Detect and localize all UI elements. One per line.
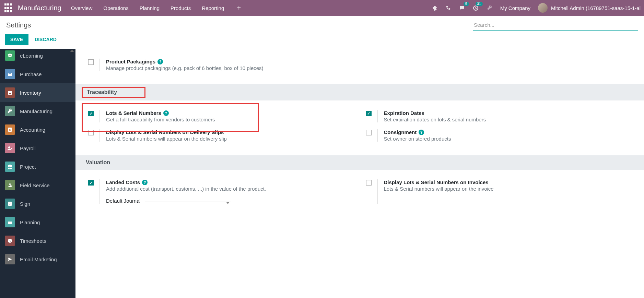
- module-icon: [5, 254, 15, 264]
- sidebar-item-label: Sign: [20, 201, 30, 207]
- sidebar-item-email-marketing[interactable]: Email Marketing: [0, 250, 75, 269]
- help-icon[interactable]: ?: [419, 130, 424, 135]
- new-icon[interactable]: +: [236, 5, 242, 11]
- sidebar-item-label: Email Marketing: [20, 257, 57, 262]
- module-icon: [5, 236, 15, 246]
- svg-point-7: [11, 185, 12, 187]
- setting-label: Landed Costs ?: [106, 179, 353, 185]
- sidebar-item-planning[interactable]: Planning: [0, 213, 75, 231]
- svg-rect-8: [8, 202, 12, 206]
- settings-sidebar: eLearningPurchaseInventoryManufacturing$…: [0, 49, 75, 298]
- setting-desc: Set owner on stored products: [384, 136, 631, 142]
- help-icon[interactable]: ?: [163, 110, 169, 116]
- sidebar-item-accounting[interactable]: $Accounting: [0, 120, 75, 139]
- sidebar-item-label: Planning: [20, 219, 40, 225]
- sidebar-item-timesheets[interactable]: Timesheets: [0, 231, 75, 250]
- sidebar-item-inventory[interactable]: Inventory: [0, 83, 75, 102]
- clock-icon[interactable]: 31: [473, 5, 479, 11]
- wrench-icon[interactable]: [487, 5, 493, 11]
- module-icon: [5, 199, 15, 209]
- module-icon: [5, 50, 15, 61]
- checkbox-lots[interactable]: [88, 111, 94, 116]
- sidebar-item-label: Payroll: [20, 145, 36, 151]
- search-input[interactable]: [473, 20, 638, 31]
- setting-label: Expiration Dates: [384, 110, 631, 116]
- help-icon[interactable]: ?: [157, 59, 163, 64]
- help-icon[interactable]: ?: [142, 180, 148, 185]
- nav-overview[interactable]: Overview: [71, 5, 93, 11]
- messages-badge: 5: [464, 2, 469, 6]
- journal-label: Default Journal: [106, 198, 141, 204]
- nav-planning[interactable]: Planning: [140, 5, 160, 11]
- nav-products[interactable]: Products: [171, 5, 191, 11]
- checkbox-consignment[interactable]: [366, 130, 372, 135]
- sidebar-item-label: Manufacturing: [20, 108, 52, 114]
- sidebar-item-label: Timesheets: [20, 238, 46, 244]
- svg-rect-1: [8, 73, 12, 76]
- svg-point-5: [8, 146, 10, 148]
- nav-reporting[interactable]: Reporting: [202, 5, 224, 11]
- messages-icon[interactable]: 5: [459, 5, 465, 11]
- sidebar-item-sign[interactable]: Sign: [0, 194, 75, 213]
- nav-operations[interactable]: Operations: [103, 5, 128, 11]
- journal-select[interactable]: [145, 200, 231, 202]
- section-title: Valuation: [82, 158, 114, 167]
- apps-icon[interactable]: [3, 3, 13, 13]
- sidebar-item-manufacturing[interactable]: Manufacturing: [0, 102, 75, 120]
- setting-desc: Get a full traceability from vendors to …: [106, 117, 353, 122]
- module-icon: [5, 162, 15, 172]
- user-menu[interactable]: Mitchell Admin (16789751-saas-15-1-al: [538, 3, 641, 13]
- bug-icon[interactable]: [432, 5, 438, 11]
- app-title[interactable]: Manufacturing: [18, 4, 61, 12]
- module-icon: [5, 87, 15, 98]
- phone-icon[interactable]: [445, 5, 452, 11]
- main: eLearningPurchaseInventoryManufacturing$…: [0, 49, 644, 298]
- save-button[interactable]: SAVE: [5, 34, 28, 45]
- module-icon: $: [5, 124, 15, 135]
- scroll-up-icon[interactable]: [70, 50, 74, 52]
- svg-rect-10: [8, 220, 12, 222]
- user-name: Mitchell Admin (16789751-saas-15-1-al: [551, 5, 641, 11]
- sidebar-item-payroll[interactable]: Payroll: [0, 139, 75, 157]
- main-nav: Overview Operations Planning Products Re…: [71, 5, 224, 11]
- systray: 5 31 My Company Mitchell Admin (16789751…: [432, 3, 641, 13]
- checkbox-expiration[interactable]: [366, 111, 372, 116]
- svg-point-6: [9, 183, 11, 185]
- setting-desc: Lots & Serial numbers will appear on the…: [384, 186, 631, 192]
- setting-desc: Manage product packagings (e.g. pack of …: [106, 65, 353, 71]
- avatar: [538, 3, 548, 13]
- sidebar-item-label: Project: [20, 164, 36, 170]
- sidebar-item-label: Purchase: [20, 71, 42, 77]
- sidebar-item-field-service[interactable]: Field Service: [0, 176, 75, 194]
- module-icon: [5, 106, 15, 116]
- setting-desc: Add additional cost (transport, customs,…: [106, 186, 353, 192]
- topbar: Manufacturing Overview Operations Planni…: [0, 0, 644, 16]
- sidebar-item-elearning[interactable]: eLearning: [0, 49, 75, 65]
- sidebar-item-label: Inventory: [20, 90, 41, 96]
- checkbox-delivery-slips[interactable]: [88, 130, 94, 135]
- checkbox-landed-costs[interactable]: [88, 180, 94, 186]
- setting-desc: Lots & Serial numbers will appear on the…: [106, 136, 353, 142]
- setting-label: Lots & Serial Numbers ?: [106, 110, 353, 116]
- settings-content: Product Packagings ? Manage product pack…: [75, 49, 644, 298]
- section-title: Traceability: [82, 87, 145, 98]
- sidebar-item-label: Field Service: [20, 182, 50, 188]
- section-valuation: Valuation: [75, 155, 644, 170]
- discard-button[interactable]: DISCARD: [35, 37, 57, 42]
- activities-badge: 31: [476, 2, 483, 6]
- checkbox-packagings[interactable]: [88, 59, 94, 65]
- svg-text:$: $: [9, 128, 11, 131]
- module-icon: [5, 69, 15, 79]
- setting-label: Display Lots & Serial Numbers on Invoice…: [384, 179, 631, 185]
- sidebar-item-label: eLearning: [20, 53, 43, 59]
- sidebar-item-purchase[interactable]: Purchase: [0, 65, 75, 83]
- module-icon: [5, 180, 15, 190]
- setting-label: Display Lots & Serial Numbers on Deliver…: [106, 129, 353, 135]
- setting-label: Consignment ?: [384, 129, 631, 135]
- company-switcher[interactable]: My Company: [500, 5, 530, 11]
- sidebar-item-project[interactable]: Project: [0, 157, 75, 176]
- module-icon: [5, 143, 15, 153]
- module-icon: [5, 217, 15, 227]
- checkbox-lots-invoices[interactable]: [366, 180, 372, 186]
- search-wrap: [473, 20, 638, 31]
